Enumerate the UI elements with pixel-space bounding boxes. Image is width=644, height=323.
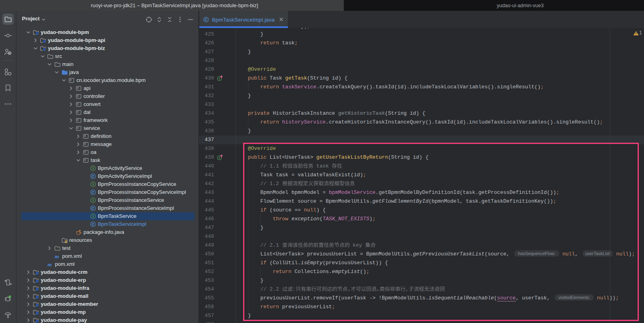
- svg-text:I: I: [219, 156, 220, 160]
- svg-text:C: C: [205, 18, 208, 22]
- svg-text:m: m: [55, 253, 59, 259]
- svg-text:I: I: [93, 166, 94, 170]
- svg-text:I: I: [219, 77, 220, 80]
- svg-text:I: I: [93, 214, 94, 218]
- svg-text:?: ?: [9, 52, 11, 55]
- svg-text:I: I: [93, 198, 94, 202]
- svg-text:C: C: [92, 206, 95, 210]
- svg-text:C: C: [92, 222, 95, 226]
- svg-text:m: m: [48, 261, 52, 267]
- svg-text:I: I: [93, 182, 94, 186]
- svg-text:C: C: [92, 174, 95, 178]
- svg-text:C: C: [92, 190, 95, 194]
